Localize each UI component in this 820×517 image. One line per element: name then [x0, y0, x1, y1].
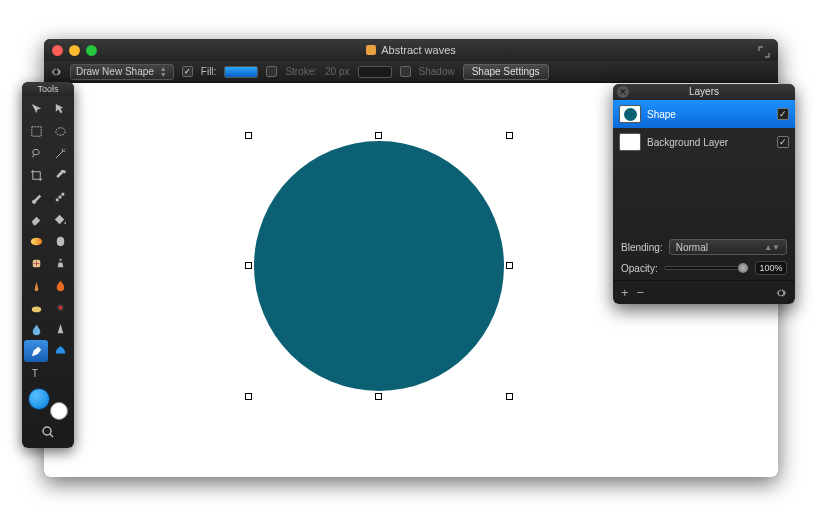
close-icon[interactable]: ✕: [617, 86, 629, 98]
lasso-tool[interactable]: [24, 142, 48, 164]
marquee-tool[interactable]: [24, 120, 48, 142]
titlebar[interactable]: Abstract waves: [44, 39, 778, 61]
stroke-width[interactable]: 20 px: [325, 66, 349, 77]
layer-row[interactable]: Shape ✓: [613, 100, 795, 128]
svg-rect-2: [55, 198, 58, 201]
text-tool[interactable]: T: [24, 362, 48, 384]
gear-icon[interactable]: [50, 66, 62, 78]
svg-point-11: [43, 427, 51, 435]
foreground-color-well[interactable]: [28, 388, 50, 410]
opacity-slider[interactable]: [664, 266, 749, 270]
fill-toggle[interactable]: [182, 66, 193, 77]
slider-knob[interactable]: [738, 263, 748, 273]
stroke-swatch[interactable]: [358, 66, 392, 78]
window-title-text: Abstract waves: [381, 44, 456, 56]
sponge-tool[interactable]: [24, 296, 48, 318]
shadow-label: Shadow: [419, 66, 455, 77]
handle-middle-right[interactable]: [506, 262, 513, 269]
fill-label: Fill:: [201, 66, 217, 77]
pixel-brush-tool[interactable]: [48, 186, 72, 208]
layer-thumbnail: [619, 105, 641, 123]
handle-bottom-middle[interactable]: [375, 393, 382, 400]
transform-tool[interactable]: [48, 98, 72, 120]
remove-layer-button[interactable]: −: [637, 285, 645, 300]
stroke-label: Stroke:: [285, 66, 317, 77]
sharpen-tool[interactable]: [48, 318, 72, 340]
warp-tool[interactable]: [48, 230, 72, 252]
layers-panel-title[interactable]: ✕ Layers: [613, 84, 795, 100]
layer-row[interactable]: Background Layer ✓: [613, 128, 795, 156]
wand-tool[interactable]: [48, 142, 72, 164]
brush-tool[interactable]: [24, 186, 48, 208]
selection-box: [249, 136, 509, 396]
gear-icon[interactable]: [775, 287, 787, 299]
move-tool[interactable]: [24, 98, 48, 120]
tools-panel-title: Tools: [22, 82, 74, 96]
healing-tool[interactable]: [24, 252, 48, 274]
eraser-tool[interactable]: [24, 208, 48, 230]
svg-point-5: [30, 237, 41, 245]
handle-bottom-left[interactable]: [245, 393, 252, 400]
burn-tool[interactable]: [48, 274, 72, 296]
eyedropper-tool[interactable]: [48, 164, 72, 186]
svg-point-1: [55, 127, 64, 135]
layer-thumbnail: [619, 133, 641, 151]
zoom-tool[interactable]: [22, 422, 74, 442]
stroke-toggle[interactable]: [266, 66, 277, 77]
opacity-label: Opacity:: [621, 263, 658, 274]
blending-value: Normal: [676, 242, 708, 253]
shadow-toggle[interactable]: [400, 66, 411, 77]
chevron-updown-icon: ▲▼: [764, 243, 780, 252]
svg-point-7: [31, 306, 40, 312]
svg-rect-4: [61, 192, 64, 195]
background-color-well[interactable]: [50, 402, 68, 420]
layers-empty-area: [613, 156, 795, 236]
layer-name: Shape: [647, 109, 771, 120]
visibility-toggle[interactable]: ✓: [777, 108, 789, 120]
red-eye-tool[interactable]: [48, 296, 72, 318]
window-title: Abstract waves: [44, 44, 778, 56]
layer-name: Background Layer: [647, 137, 771, 148]
shape-mode-dropdown[interactable]: Draw New Shape ▲▼: [70, 64, 174, 80]
stepper-icon: ▲▼: [160, 66, 168, 78]
svg-point-9: [58, 305, 62, 309]
handle-bottom-right[interactable]: [506, 393, 513, 400]
handle-middle-left[interactable]: [245, 262, 252, 269]
tools-panel[interactable]: Tools T: [22, 82, 74, 448]
svg-rect-3: [58, 195, 61, 198]
document-icon: [366, 45, 376, 55]
fill-swatch[interactable]: [224, 66, 258, 78]
shape-tool[interactable]: [48, 340, 72, 362]
svg-rect-0: [31, 126, 40, 135]
bucket-tool[interactable]: [48, 208, 72, 230]
handle-top-left[interactable]: [245, 132, 252, 139]
opacity-row: Opacity: 100%: [613, 258, 795, 278]
svg-text:T: T: [31, 368, 38, 379]
tools-grid: T: [22, 96, 74, 386]
pen-tool[interactable]: [24, 340, 48, 362]
layers-panel-title-text: Layers: [689, 86, 719, 97]
layers-panel[interactable]: ✕ Layers Shape ✓ Background Layer ✓ Blen…: [613, 84, 795, 304]
crop-tool[interactable]: [24, 164, 48, 186]
visibility-toggle[interactable]: ✓: [777, 136, 789, 148]
smudge-tool[interactable]: [24, 274, 48, 296]
ellipse-select-tool[interactable]: [48, 120, 72, 142]
layers-footer: + −: [613, 280, 795, 304]
fullscreen-icon[interactable]: [758, 44, 770, 56]
add-layer-button[interactable]: +: [621, 285, 629, 300]
blending-dropdown[interactable]: Normal ▲▼: [669, 239, 787, 255]
blending-label: Blending:: [621, 242, 663, 253]
shape-settings-button[interactable]: Shape Settings: [463, 64, 549, 80]
color-wells[interactable]: [26, 388, 70, 420]
clone-tool[interactable]: [48, 252, 72, 274]
gradient-tool[interactable]: [24, 230, 48, 252]
handle-top-middle[interactable]: [375, 132, 382, 139]
options-bar: Draw New Shape ▲▼ Fill: Stroke: 20 px Sh…: [44, 61, 778, 83]
shape-mode-value: Draw New Shape: [76, 66, 154, 77]
opacity-value[interactable]: 100%: [755, 261, 787, 275]
blending-row: Blending: Normal ▲▼: [613, 236, 795, 258]
handle-top-right[interactable]: [506, 132, 513, 139]
blur-tool[interactable]: [24, 318, 48, 340]
